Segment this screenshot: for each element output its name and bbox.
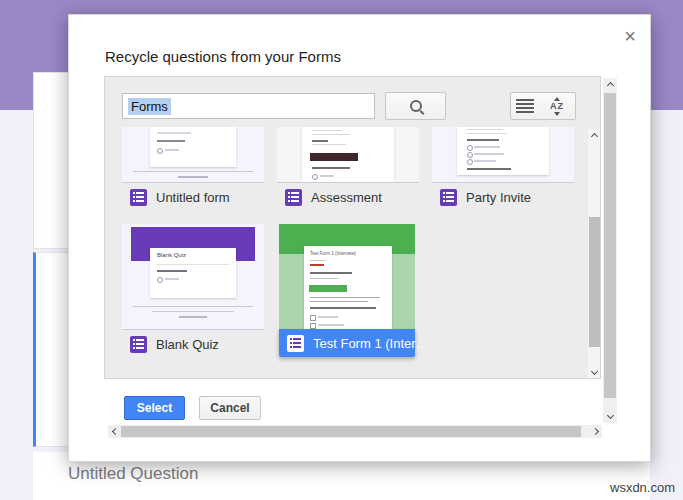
sketch-line: [165, 149, 179, 151]
scroll-up-icon[interactable]: [603, 78, 617, 91]
dialog-scrollbar-thumb[interactable]: [604, 93, 616, 398]
list-view-icon: [516, 99, 534, 113]
scroll-right-icon[interactable]: [590, 425, 602, 438]
sketch-chip: [309, 285, 347, 292]
sketch-line: [467, 133, 507, 134]
form-label: Party Invite: [432, 183, 574, 211]
form-name: Blank Quiz: [156, 337, 219, 352]
form-tile-assessment[interactable]: Assessment: [277, 127, 419, 211]
form-label: Blank Quiz: [122, 330, 264, 358]
form-label: Assessment: [277, 183, 419, 211]
sketch-line: [157, 140, 185, 142]
sketch-line: [310, 297, 380, 298]
cancel-button[interactable]: Cancel: [199, 396, 261, 420]
close-icon[interactable]: ×: [620, 25, 640, 48]
sketch-line: [178, 176, 208, 178]
search-button[interactable]: [385, 92, 446, 120]
form-name: Assessment: [311, 190, 382, 205]
sketch-line: [474, 160, 496, 162]
form-picker-panel: Forms AZ: [104, 76, 601, 379]
sketch-radio: [467, 152, 473, 158]
sort-button[interactable]: AZ: [539, 92, 576, 120]
sketch-radio: [157, 148, 163, 154]
scroll-left-icon[interactable]: [108, 425, 120, 438]
dialog-title: Recycle questions from your Forms: [105, 48, 341, 65]
scroll-up-icon[interactable]: [588, 129, 601, 142]
sketch-line: [474, 146, 500, 148]
sketch-radio: [312, 174, 318, 180]
recycle-questions-dialog: Recycle questions from your Forms × Form…: [68, 14, 651, 462]
sketch-line: [312, 144, 346, 145]
sketch-line: [157, 132, 191, 134]
sketch-radio: [467, 159, 473, 165]
sketch-required-line: [310, 264, 324, 266]
sort-az-icon: AZ: [550, 97, 564, 116]
sketch-line: [318, 324, 344, 326]
form-label-selected: Test Form 1 (Inter…: [279, 329, 415, 357]
sketch-line: [179, 316, 207, 318]
sketch-line: [312, 130, 342, 131]
forms-icon: [287, 335, 304, 352]
untitled-question-text: Untitled Question: [68, 464, 198, 484]
scroll-down-icon[interactable]: [588, 366, 601, 379]
form-name: Party Invite: [466, 190, 531, 205]
sketch-line: [318, 316, 338, 318]
thumbnail-form-title: Test Form 1 (Interview): [310, 250, 356, 255]
sketch-line: [312, 140, 328, 142]
sketch-line: [310, 272, 352, 274]
sketch-line: [320, 175, 334, 177]
sketch-line: [157, 264, 229, 265]
sketch-line: [310, 307, 376, 309]
sketch-line: [312, 134, 350, 135]
search-icon: [410, 100, 422, 112]
form-name: Test Form 1 (Inter…: [313, 336, 429, 351]
forms-icon: [440, 189, 457, 206]
form-label: Untitled form: [122, 183, 264, 211]
forms-icon: [130, 336, 147, 353]
horizontal-scrollbar-thumb[interactable]: [121, 426, 581, 437]
form-tile-untitled-form[interactable]: Untitled form: [122, 127, 264, 211]
forms-icon: [130, 189, 147, 206]
sketch-line: [467, 168, 511, 170]
form-thumbnail: [122, 127, 264, 182]
sketch-line: [152, 311, 234, 312]
forms-icon: [285, 189, 302, 206]
form-thumbnail: Test Form 1 (Interview): [279, 224, 415, 329]
sketch-radio: [157, 277, 163, 283]
sort-az-letters: AZ: [550, 102, 564, 111]
sketch-line: [165, 278, 179, 280]
sketch-line: [310, 278, 338, 279]
form-tile-party-invite[interactable]: Party Invite: [432, 127, 574, 211]
sketch-checkbox: [310, 315, 316, 321]
form-tile-test-form-1[interactable]: Test Form 1 (Interview): [277, 224, 419, 329]
watermark: wsxdn.com: [610, 480, 675, 495]
scroll-down-icon[interactable]: [603, 410, 617, 423]
dialog-vertical-scrollbar[interactable]: [603, 78, 617, 423]
sketch-radio: [467, 145, 473, 151]
sketch-line: [467, 139, 499, 141]
form-thumbnail: Blank Quiz: [122, 224, 264, 329]
form-thumbnail: [432, 127, 574, 182]
form-thumbnail: [277, 127, 419, 182]
form-tile-blank-quiz[interactable]: Blank Quiz Blank Quiz: [122, 224, 264, 358]
select-button[interactable]: Select: [124, 396, 185, 420]
sketch-line: [467, 129, 503, 130]
dialog-horizontal-scrollbar[interactable]: [108, 425, 602, 438]
thumbnail-form-title: Blank Quiz: [157, 252, 186, 258]
sketch-line: [312, 167, 350, 169]
search-input-value: Forms: [128, 98, 171, 115]
sketch-line: [133, 171, 253, 172]
sketch-line: [310, 260, 326, 261]
search-input[interactable]: Forms: [122, 93, 375, 119]
inner-scrollbar-thumb[interactable]: [589, 217, 600, 347]
list-view-button[interactable]: [510, 92, 540, 120]
inner-vertical-scrollbar[interactable]: [588, 129, 601, 379]
form-name: Untitled form: [156, 190, 230, 205]
sketch-line: [474, 153, 504, 155]
sketch-line: [133, 306, 253, 307]
sketch-line: [157, 270, 187, 272]
sketch-line: [310, 301, 368, 302]
sketch-banner: [310, 153, 358, 161]
